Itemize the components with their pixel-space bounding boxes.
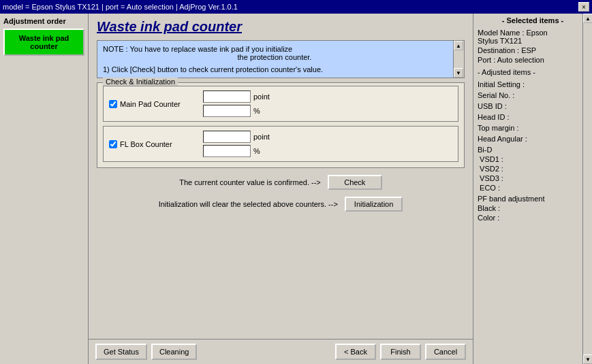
note-line-1: NOTE : You have to replace waste ink pad… (103, 45, 446, 53)
right-panel-initial-setting: Initial Setting : (478, 80, 588, 88)
content-body: NOTE : You have to replace waste ink pad… (89, 37, 473, 339)
right-panel-vsd3: VSD3 : (478, 174, 588, 182)
toolbar: Get Status Cleaning < Back Finish Cancel (89, 339, 473, 364)
main-pad-point-row: point (203, 90, 274, 103)
fl-box-label[interactable]: FL Box Counter (109, 140, 198, 148)
note-line-2: the protection counter. (103, 53, 446, 61)
page-title: Waste ink pad counter (97, 19, 465, 35)
right-panel-selected-title: - Selected items - (478, 16, 588, 24)
main-pad-point-input[interactable] (203, 90, 251, 103)
scroll-up-btn[interactable]: ▲ (454, 41, 463, 50)
main-pad-percent-input[interactable] (203, 105, 251, 117)
main-pad-counter-row: Main Pad Counter point % (103, 86, 458, 122)
fl-box-point-row: point (203, 131, 274, 143)
check-init-group: Check & Initialization Main Pad Counter … (97, 82, 465, 168)
fl-box-point-input[interactable] (203, 131, 251, 143)
right-panel-destination: Destination : ESP (478, 46, 588, 54)
note-line-3: 1) Click [Check] button to check current… (103, 65, 446, 73)
title-bar: model = Epson Stylus TX121 | port = Auto… (0, 0, 592, 14)
fl-box-percent-row: % (203, 145, 274, 157)
main-pad-percent-row: % (203, 105, 274, 117)
main-pad-label-text: Main Pad Counter (120, 100, 181, 108)
finish-button[interactable]: Finish (380, 344, 421, 360)
initialization-button[interactable]: Initialization (345, 197, 403, 212)
right-scroll-down-btn[interactable]: ▼ (583, 354, 592, 364)
right-panel: - Selected items - Model Name : EpsonSty… (473, 14, 592, 364)
main-pad-percent-unit: % (253, 107, 274, 115)
sidebar-title: Adjustment order (3, 17, 84, 25)
right-panel-port: Port : Auto selection (478, 56, 588, 64)
fl-box-percent-input[interactable] (203, 145, 251, 157)
get-status-button[interactable]: Get Status (95, 344, 147, 360)
right-panel-serial: Serial No. : (478, 91, 588, 99)
right-panel-black: Black : (478, 204, 588, 212)
right-panel-eco: ECO : (478, 184, 588, 192)
fl-box-percent-unit: % (253, 147, 274, 155)
right-panel-bid: Bi-D (478, 146, 588, 154)
right-panel-pf-band: PF band adjustment (478, 195, 588, 203)
check-button[interactable]: Check (328, 175, 382, 190)
init-action-row: Initialization will clear the selected a… (97, 197, 465, 212)
fl-box-label-text: FL Box Counter (120, 140, 172, 148)
note-box: NOTE : You have to replace waste ink pad… (97, 40, 465, 78)
right-panel-scrollbar: ▲ ▼ (582, 14, 592, 364)
fl-box-checkbox[interactable] (109, 140, 117, 148)
scroll-down-btn[interactable]: ▼ (454, 68, 463, 78)
right-panel-vsd1: VSD1 : (478, 155, 588, 163)
right-panel-color: Color : (478, 214, 588, 222)
note-scrollbar: ▲ ▼ (453, 41, 464, 78)
main-container: Adjustment order Waste ink pad counter W… (0, 14, 592, 364)
fl-box-counter-row: FL Box Counter point % (103, 126, 458, 162)
right-panel-usb: USB ID : (478, 102, 588, 110)
group-title: Check & Initialization (103, 78, 178, 86)
right-scroll-up-btn[interactable]: ▲ (583, 14, 592, 23)
close-button[interactable]: × (578, 2, 589, 12)
main-pad-point-unit: point (253, 93, 274, 101)
sidebar: Adjustment order Waste ink pad counter (0, 14, 89, 364)
check-action-text: The current counter value is confirmed. … (179, 178, 321, 186)
check-action-row: The current counter value is confirmed. … (97, 175, 465, 190)
sidebar-item-waste-ink[interactable]: Waste ink pad counter (3, 29, 84, 56)
right-panel-head-angular: Head Angular : (478, 135, 588, 143)
title-text: model = Epson Stylus TX121 | port = Auto… (3, 3, 238, 11)
right-panel-model: Model Name : EpsonStylus TX121 (478, 29, 588, 45)
main-pad-inputs: point % (203, 90, 274, 117)
right-panel-vsd2: VSD2 : (478, 165, 588, 173)
cancel-button[interactable]: Cancel (425, 344, 466, 360)
content-header: Waste ink pad counter (89, 14, 473, 37)
fl-box-inputs: point % (203, 131, 274, 157)
fl-box-point-unit: point (253, 133, 274, 141)
cleaning-button[interactable]: Cleaning (151, 344, 197, 360)
main-pad-label[interactable]: Main Pad Counter (109, 100, 198, 108)
init-action-text: Initialization will clear the selected a… (159, 200, 338, 208)
content-area: Waste ink pad counter NOTE : You have to… (89, 14, 473, 364)
right-panel-head-id: Head ID : (478, 113, 588, 121)
back-button[interactable]: < Back (335, 344, 376, 360)
right-panel-top-margin: Top margin : (478, 124, 588, 132)
right-panel-adjusted-title: - Adjusted items - (478, 68, 588, 76)
main-pad-checkbox[interactable] (109, 100, 117, 108)
